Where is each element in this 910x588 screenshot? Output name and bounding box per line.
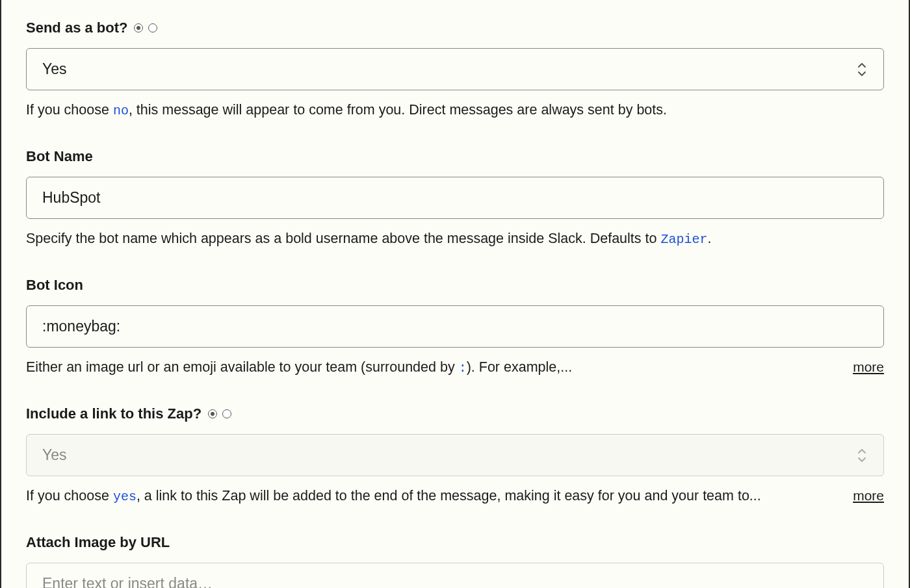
bot-name-label: Bot Name xyxy=(26,148,93,165)
chevrons-up-down-icon xyxy=(856,448,868,463)
bot-name-help: Specify the bot name which appears as a … xyxy=(26,228,711,249)
radio-option-selected[interactable] xyxy=(208,409,217,418)
send-as-bot-help: If you choose no, this message will appe… xyxy=(26,99,667,121)
send-as-bot-label: Send as a bot? xyxy=(26,19,127,36)
send-as-bot-select[interactable]: Yes xyxy=(26,48,884,90)
field-include-link: Include a link to this Zap? Yes If you c… xyxy=(26,405,884,507)
include-link-label: Include a link to this Zap? xyxy=(26,405,202,422)
bot-icon-more-link[interactable]: more xyxy=(853,359,884,375)
chevrons-up-down-icon xyxy=(856,62,868,77)
include-link-more-link[interactable]: more xyxy=(853,488,884,504)
bot-icon-label: Bot Icon xyxy=(26,277,83,294)
send-as-bot-radio-group xyxy=(134,23,157,32)
radio-option-unselected[interactable] xyxy=(222,409,231,418)
attach-image-input[interactable] xyxy=(26,563,884,588)
radio-option-unselected[interactable] xyxy=(148,23,157,32)
field-attach-image: Attach Image by URL If specified, this w… xyxy=(26,534,884,588)
include-link-help: If you choose yes, a link to this Zap wi… xyxy=(26,485,761,507)
bot-icon-input[interactable] xyxy=(26,305,884,348)
inline-code-colon: : xyxy=(459,361,467,376)
inline-code-no: no xyxy=(113,103,129,118)
field-bot-icon: Bot Icon Either an image url or an emoji… xyxy=(26,277,884,378)
bot-icon-help: Either an image url or an emoji availabl… xyxy=(26,357,572,378)
radio-option-selected[interactable] xyxy=(134,23,143,32)
bot-name-input[interactable] xyxy=(26,177,884,219)
include-link-select[interactable]: Yes xyxy=(26,434,884,476)
inline-code-zapier: Zapier xyxy=(660,232,707,247)
attach-image-label: Attach Image by URL xyxy=(26,534,170,551)
send-as-bot-value: Yes xyxy=(42,60,67,78)
include-link-value: Yes xyxy=(42,446,67,464)
include-link-radio-group xyxy=(208,409,231,418)
field-bot-name: Bot Name Specify the bot name which appe… xyxy=(26,148,884,249)
inline-code-yes: yes xyxy=(113,489,136,504)
field-send-as-bot: Send as a bot? Yes If you choose no, thi… xyxy=(26,19,884,121)
